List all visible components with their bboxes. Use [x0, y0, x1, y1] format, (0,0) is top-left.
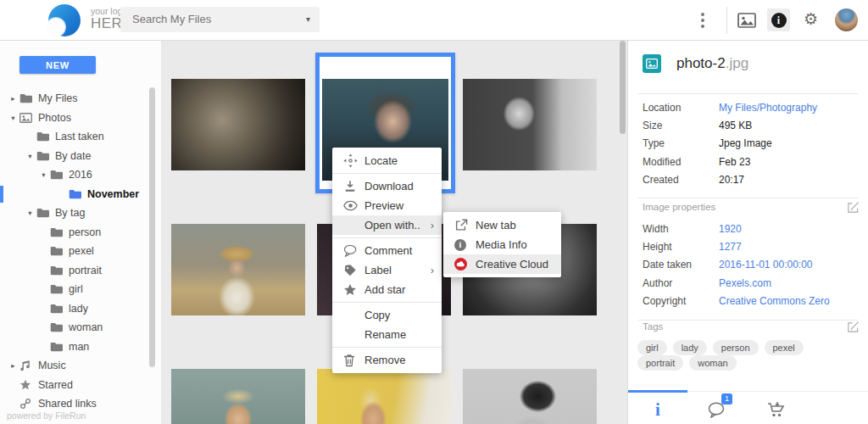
detail-label: Copyright [643, 295, 719, 307]
sidebar-item-starred[interactable]: Starred [0, 376, 158, 395]
caret-down-icon[interactable]: ▾ [24, 152, 36, 160]
sidebar-item-november[interactable]: November [0, 185, 158, 204]
sidebar-item-person[interactable]: person [0, 223, 158, 243]
folder-icon [50, 303, 63, 314]
sidebar-item-by-tag[interactable]: ▾By tag [0, 204, 158, 223]
photo-thumb-8[interactable] [317, 369, 451, 424]
caret-right-icon[interactable]: ▸ [7, 361, 19, 370]
detail-value: 20:17 [719, 174, 744, 186]
image-view-icon[interactable] [737, 12, 756, 29]
new-button[interactable]: NEW [19, 56, 96, 74]
detail-value[interactable]: Creative Commons Zero [719, 295, 830, 307]
menu-item-comment[interactable]: Comment [332, 241, 442, 260]
divider [638, 198, 858, 198]
submenu-item-creative-cloud[interactable]: Creative Cloud [443, 254, 561, 274]
edit-properties-icon[interactable] [847, 201, 860, 214]
folder-icon [36, 131, 49, 142]
menu-item-preview[interactable]: Preview [332, 196, 442, 215]
detail-row-location: LocationMy Files/Photography [628, 98, 868, 116]
sidebar-item-2016[interactable]: ▾2016 [0, 165, 158, 185]
folder-icon [50, 246, 63, 257]
menu-item-open-with[interactable]: Open with..› [332, 215, 442, 235]
detail-value: Feb 23 [719, 156, 750, 168]
edit-tags-icon[interactable] [847, 321, 860, 333]
caret-down-icon[interactable]: ▾ [24, 209, 36, 217]
search-input[interactable]: Search My Files ▾ [120, 7, 320, 32]
sidebar-item-woman[interactable]: woman [0, 318, 158, 338]
caret-down-icon[interactable]: ▾ [7, 114, 19, 122]
sidebar-item-label: woman [69, 321, 103, 333]
photo-thumb-3[interactable] [463, 79, 597, 170]
detail-row-size: Size495 KB [628, 116, 868, 134]
folder-icon [50, 226, 63, 237]
section-title-image-properties: Image properties [643, 202, 715, 212]
menu-item-download[interactable]: Download [332, 176, 442, 196]
menu-item-copy[interactable]: Copy [332, 305, 442, 325]
tag-pill-lady[interactable]: lady [673, 340, 707, 355]
search-dropdown-caret-icon[interactable]: ▾ [306, 7, 310, 32]
menu-item-rename[interactable]: Rename [332, 325, 442, 344]
caret-right-icon[interactable]: ▸ [7, 94, 19, 103]
detail-value[interactable]: My Files/Photography [719, 102, 817, 114]
tab-cart[interactable] [747, 397, 806, 422]
tag-pill-girl[interactable]: girl [637, 340, 667, 355]
folder-tree: ▸My Files▾PhotosLast taken▾By date▾2016N… [0, 89, 158, 414]
sidebar-item-music[interactable]: ▸Music [0, 356, 158, 376]
sidebar-item-my-files[interactable]: ▸My Files [0, 89, 158, 109]
tab-info[interactable]: i [628, 397, 687, 422]
photo-thumb-9[interactable] [463, 369, 597, 424]
sidebar-item-man[interactable]: man [0, 338, 158, 357]
photo-thumb-1[interactable] [171, 79, 305, 170]
photo-thumb-4[interactable] [171, 224, 305, 315]
detail-value[interactable]: 1277 [719, 241, 742, 253]
folder-blue-icon [69, 188, 81, 199]
sidebar-item-last-taken[interactable]: Last taken [0, 127, 158, 147]
tag-pill-portrait[interactable]: portrait [637, 355, 683, 371]
info-toggle-button[interactable]: i [767, 8, 790, 31]
sidebar-scrollbar[interactable] [149, 87, 155, 367]
property-row-height: Height1277 [628, 237, 868, 255]
sidebar-item-pexel[interactable]: pexel [0, 242, 158, 261]
submenu-item-new-tab[interactable]: New tab [443, 215, 561, 235]
folder-icon [50, 341, 63, 352]
menu-item-remove[interactable]: Remove [332, 350, 442, 370]
submenu-item-media-info[interactable]: iMedia Info [443, 235, 561, 254]
sidebar-item-label: Photos [38, 112, 71, 124]
photo-thumb-7[interactable] [171, 369, 305, 424]
section-title-tags: Tags [643, 321, 663, 332]
folder-icon [36, 150, 49, 161]
sidebar-item-lady[interactable]: lady [0, 299, 158, 319]
tag-pill-person[interactable]: person [713, 340, 759, 355]
comments-badge: 1 [721, 393, 732, 404]
kebab-menu-icon[interactable] [697, 12, 709, 29]
property-row-author: AuthorPexels.com [628, 274, 868, 292]
detail-label: Height [643, 241, 719, 253]
detail-value[interactable]: 1920 [719, 223, 742, 235]
main-scrollbar[interactable] [620, 41, 626, 134]
sidebar-item-portrait[interactable]: portrait [0, 261, 158, 281]
sidebar-item-label: By date [55, 150, 91, 162]
sidebar-item-photos[interactable]: ▾Photos [0, 109, 158, 128]
settings-gear-icon[interactable]: ⚙ [804, 9, 818, 29]
folder-icon [50, 265, 63, 276]
detail-value[interactable]: 2016-11-01 00:00:00 [719, 259, 813, 271]
menu-item-locate[interactable]: Locate [332, 151, 442, 170]
tag-pill-woman[interactable]: woman [689, 355, 736, 371]
tag-pill-pexel[interactable]: pexel [765, 340, 804, 355]
app-logo[interactable] [48, 4, 82, 38]
detail-label: Created [643, 174, 719, 186]
tag-icon [343, 264, 358, 277]
menu-item-label[interactable]: Label› [332, 260, 442, 280]
cart-icon [767, 401, 786, 418]
caret-down-icon[interactable]: ▾ [37, 170, 50, 179]
user-avatar[interactable] [835, 8, 858, 31]
tab-comments[interactable]: 1 [687, 397, 747, 422]
star-gray-icon [19, 379, 32, 390]
detail-value[interactable]: Pexels.com [719, 277, 771, 289]
sidebar-item-by-date[interactable]: ▾By date [0, 147, 158, 166]
info-icon: i [771, 13, 787, 28]
details-panel: photo-2.jpg LocationMy Files/Photography… [627, 41, 868, 424]
link-icon [19, 399, 32, 410]
sidebar-item-girl[interactable]: girl [0, 280, 158, 299]
menu-item-add-star[interactable]: Add star [332, 280, 442, 299]
